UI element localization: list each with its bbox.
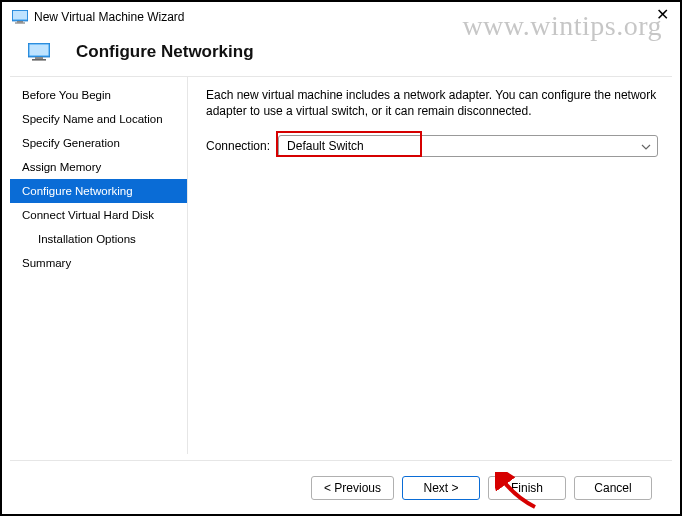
sidebar-item-configure-networking[interactable]: Configure Networking: [10, 179, 187, 203]
titlebar: New Virtual Machine Wizard: [2, 2, 680, 30]
connection-select[interactable]: Default Switch: [278, 135, 658, 157]
wizard-sidebar: Before You Begin Specify Name and Locati…: [10, 77, 188, 454]
previous-button[interactable]: < Previous: [311, 476, 394, 500]
close-button[interactable]: ✕: [652, 6, 672, 26]
svg-rect-2: [17, 21, 23, 23]
vm-wizard-icon: [12, 10, 28, 24]
svg-rect-1: [13, 11, 27, 20]
chevron-down-icon: [641, 141, 651, 151]
svg-rect-5: [30, 45, 49, 56]
wizard-content: Before You Begin Specify Name and Locati…: [10, 76, 672, 454]
page-title: Configure Networking: [76, 42, 254, 62]
sidebar-item-specify-name[interactable]: Specify Name and Location: [10, 107, 187, 131]
connection-value: Default Switch: [287, 139, 364, 153]
description-text: Each new virtual machine includes a netw…: [206, 87, 658, 119]
svg-rect-3: [15, 23, 25, 24]
cancel-button[interactable]: Cancel: [574, 476, 652, 500]
connection-row: Connection: Default Switch: [206, 135, 658, 157]
sidebar-item-specify-generation[interactable]: Specify Generation: [10, 131, 187, 155]
connection-label: Connection:: [206, 139, 270, 153]
wizard-header: Configure Networking: [2, 30, 680, 76]
svg-rect-7: [32, 59, 46, 61]
sidebar-item-assign-memory[interactable]: Assign Memory: [10, 155, 187, 179]
connection-select-wrap: Default Switch: [278, 135, 658, 157]
wizard-footer: < Previous Next > Finish Cancel: [10, 460, 672, 514]
sidebar-item-before-you-begin[interactable]: Before You Begin: [10, 83, 187, 107]
sidebar-item-installation-options[interactable]: Installation Options: [10, 227, 187, 251]
wizard-main: Each new virtual machine includes a netw…: [188, 77, 672, 454]
sidebar-item-connect-vhd[interactable]: Connect Virtual Hard Disk: [10, 203, 187, 227]
sidebar-item-summary[interactable]: Summary: [10, 251, 187, 275]
monitor-icon: [28, 43, 50, 61]
next-button[interactable]: Next >: [402, 476, 480, 500]
svg-rect-6: [35, 57, 43, 59]
finish-button[interactable]: Finish: [488, 476, 566, 500]
window-title: New Virtual Machine Wizard: [34, 10, 185, 24]
